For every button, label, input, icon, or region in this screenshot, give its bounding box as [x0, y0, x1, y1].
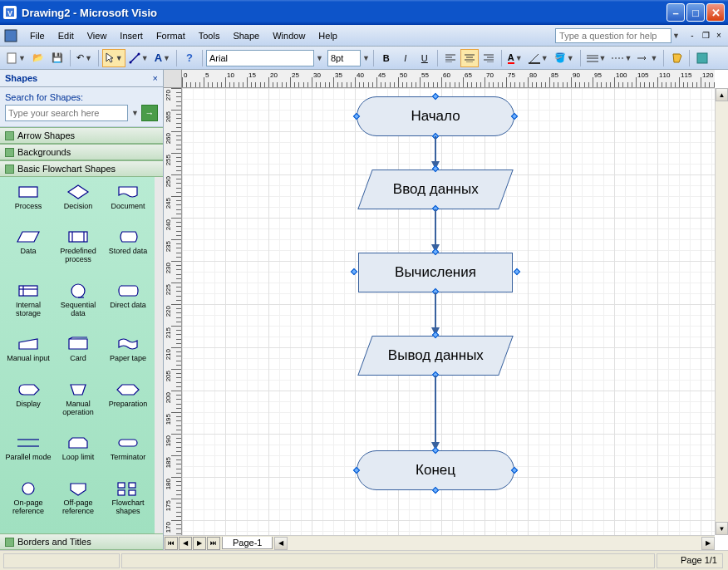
stencil-shape-item[interactable]: Sequential data — [53, 279, 103, 332]
line-ends-button[interactable]: ▼ — [635, 49, 660, 67]
shape-icon — [66, 435, 91, 451]
svg-rect-3 — [7, 53, 16, 63]
scroll-right-button[interactable]: ▶ — [701, 537, 715, 550]
shapes-search-input[interactable] — [5, 105, 128, 121]
mdi-close-button[interactable]: × — [713, 30, 725, 42]
stencil-borders-titles[interactable]: Borders and Titles — [0, 533, 163, 550]
stencil-shape-item[interactable]: Preparation — [103, 378, 153, 431]
prev-page-button[interactable]: ◀ — [179, 537, 192, 550]
connector-arrow[interactable] — [435, 136, 436, 161]
stencil-basic-flowchart[interactable]: Basic Flowchart Shapes — [0, 160, 163, 177]
font-size-select[interactable] — [327, 50, 361, 66]
font-color-button[interactable]: A▼ — [505, 49, 525, 67]
stencil-shape-item[interactable]: Off-page reference — [53, 477, 103, 530]
close-button[interactable]: ✕ — [706, 3, 725, 22]
align-left-button[interactable] — [441, 49, 460, 67]
stencil-shape-item[interactable]: Direct data — [103, 279, 153, 332]
maximize-button[interactable]: □ — [686, 3, 705, 22]
shapes-search-dropdown[interactable]: ▼ — [131, 109, 139, 117]
stencil-shape-item[interactable]: Display — [3, 378, 53, 431]
font-name-select[interactable] — [206, 50, 314, 66]
stencil-shape-item[interactable]: Data — [3, 225, 53, 278]
next-page-button[interactable]: ▶ — [193, 537, 206, 550]
menu-format[interactable]: Format — [150, 28, 192, 43]
stencil-shape-item[interactable]: Process — [3, 180, 53, 225]
shapes-panel-close-button[interactable]: × — [153, 73, 158, 83]
canvas-viewport[interactable]: Начало Ввод данных Вычисления — [182, 88, 715, 535]
stencil-shape-item[interactable]: Terminator — [103, 431, 153, 477]
open-button[interactable]: 📂 — [29, 49, 47, 67]
stencil-shape-item[interactable]: Manual operation — [53, 378, 103, 431]
line-weight-button[interactable]: ▼ — [584, 49, 609, 67]
new-button[interactable]: ▼ — [3, 49, 28, 67]
connector-arrow[interactable] — [435, 376, 436, 442]
menu-help[interactable]: Help — [312, 28, 344, 43]
menu-insert[interactable]: Insert — [113, 28, 150, 43]
shapes-search-go-button[interactable]: → — [141, 105, 158, 121]
stencil-shape-item[interactable]: Loop limit — [53, 431, 103, 477]
help-search-input[interactable] — [555, 28, 671, 43]
menu-file[interactable]: File — [23, 28, 52, 43]
stencil-shape-item[interactable]: Document — [103, 180, 153, 225]
svg-rect-23 — [129, 483, 135, 488]
menu-edit[interactable]: Edit — [52, 28, 81, 43]
flowchart-end-terminator[interactable]: Конец — [357, 450, 514, 490]
stencil-backgrounds[interactable]: Backgrounds — [0, 144, 163, 160]
connector-arrow[interactable] — [435, 209, 436, 244]
flowchart-output-data[interactable]: Вывод данных — [357, 336, 513, 376]
stencil-shape-item[interactable]: Decision — [53, 180, 103, 225]
stencil-shape-item[interactable]: Manual input — [3, 332, 53, 377]
stencil-shape-item[interactable]: Paper tape — [103, 332, 153, 377]
stencil-arrow-shapes[interactable]: Arrow Shapes — [0, 127, 163, 144]
stencil-shape-item[interactable]: Internal storage — [3, 279, 53, 332]
menu-window[interactable]: Window — [266, 28, 312, 43]
undo-button[interactable]: ↶▼ — [74, 49, 95, 67]
help-search-dropdown[interactable]: ▼ — [672, 32, 680, 40]
mdi-minimize-button[interactable]: - — [686, 30, 698, 42]
line-pattern-button[interactable]: ▼ — [609, 49, 634, 67]
align-center-button[interactable] — [460, 49, 479, 67]
connector-arrow[interactable] — [435, 292, 436, 327]
align-right-button[interactable] — [480, 49, 498, 67]
svg-text:V: V — [7, 9, 12, 17]
pointer-tool-button[interactable]: ▼ — [102, 49, 125, 67]
scroll-left-button[interactable]: ◀ — [274, 537, 288, 550]
stencil-shape-item[interactable]: Card — [53, 332, 103, 377]
canvas-area: 0510152025303540455055606570758085909510… — [164, 70, 728, 550]
vertical-scrollbar[interactable]: ▲ ▼ — [715, 88, 728, 535]
connector-tool-button[interactable]: ▼ — [126, 49, 151, 67]
menu-shape[interactable]: Shape — [226, 28, 266, 43]
menu-view[interactable]: View — [81, 28, 114, 43]
line-color-button[interactable]: ▼ — [526, 49, 551, 67]
format-painter-button[interactable] — [667, 49, 686, 67]
stencil-icon — [5, 131, 14, 140]
text-tool-button[interactable]: A▼ — [152, 49, 173, 67]
underline-button[interactable]: U — [416, 49, 434, 67]
minimize-button[interactable]: – — [667, 3, 685, 22]
stencil-scrollbar[interactable] — [155, 177, 163, 533]
help-button[interactable]: ? — [180, 49, 199, 67]
fill-color-button[interactable]: 🪣▼ — [552, 49, 577, 67]
flowchart-start-terminator[interactable]: Начало — [357, 96, 514, 136]
stencil-shape-item[interactable]: Flowchart shapes — [103, 477, 153, 530]
scroll-up-button[interactable]: ▲ — [716, 88, 728, 101]
stencil-shape-item[interactable]: Stored data — [103, 225, 153, 278]
shape-icon — [16, 184, 41, 200]
menu-tools[interactable]: Tools — [192, 28, 227, 43]
visio-icon[interactable] — [3, 28, 18, 43]
horizontal-scrollbar[interactable]: ◀ ▶ — [274, 537, 715, 550]
italic-button[interactable]: I — [396, 49, 415, 67]
flowchart-input-data[interactable]: Ввод данных — [357, 170, 513, 209]
page-tab[interactable]: Page-1 — [222, 537, 273, 549]
theme-button[interactable] — [693, 49, 711, 67]
last-page-button[interactable]: ⏭ — [207, 537, 220, 550]
flowchart-predefined-process[interactable]: Вычисления — [369, 253, 502, 292]
mdi-restore-button[interactable]: ❐ — [700, 30, 711, 42]
first-page-button[interactable]: ⏮ — [165, 537, 178, 550]
stencil-shape-item[interactable]: Parallel mode — [3, 431, 53, 477]
bold-button[interactable]: B — [377, 49, 396, 67]
stencil-shape-item[interactable]: Predefined process — [53, 225, 103, 278]
save-button[interactable]: 💾 — [48, 49, 66, 67]
stencil-shape-item[interactable]: On-page reference — [3, 477, 53, 530]
scroll-down-button[interactable]: ▼ — [716, 522, 728, 535]
